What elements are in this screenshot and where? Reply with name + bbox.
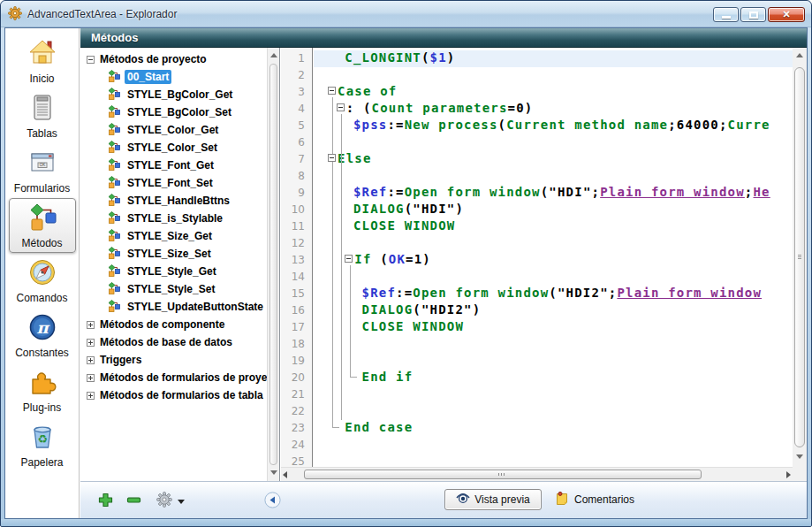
expand-box-icon[interactable]	[87, 392, 95, 400]
tree-group[interactable]: Métodos de formularios de proyecto	[80, 369, 267, 386]
code-pane[interactable]: C_LONGINT($1)Case of : (Count parameters…	[314, 48, 793, 467]
actions-caret-icon[interactable]	[178, 500, 185, 504]
tree-group[interactable]: Métodos de componente	[80, 316, 267, 333]
code-line: DIALOG("HDI")	[314, 202, 793, 218]
sidebar-item-m-todos[interactable]: Métodos	[9, 198, 76, 253]
add-method-button[interactable]	[98, 493, 113, 511]
minimize-button[interactable]	[713, 7, 739, 22]
fold-guide-case	[332, 97, 339, 428]
editor-vertical-scrollbar[interactable]	[793, 48, 807, 467]
sidebar-item-label: Constantes	[15, 347, 69, 359]
actions-gear-button[interactable]	[156, 492, 172, 511]
tables-icon	[27, 93, 57, 126]
line-number: 24	[281, 437, 312, 454]
tree-item[interactable]: STYLE_Style_Set	[80, 280, 267, 298]
tree-item[interactable]: STYLE_Size_Set	[80, 245, 267, 263]
code-line: If (OK=1)	[314, 252, 793, 269]
tree-item-label: STYLE_Font_Set	[125, 176, 216, 190]
svg-text:♻: ♻	[37, 432, 48, 446]
tree-group-label: Métodos de formularios de proyecto	[100, 371, 280, 384]
code-editor[interactable]: 1234567891011121314151617181920212223242…	[281, 48, 807, 481]
svg-text:π: π	[36, 317, 49, 336]
code-line: CLOSE WINDOW	[314, 218, 793, 235]
method-mini-icon	[108, 158, 120, 173]
tree-item-label: STYLE_UpdateButtonState	[125, 300, 266, 314]
method-mini-icon	[108, 105, 120, 120]
fold-marker-icon[interactable]	[328, 87, 336, 95]
maximize-button[interactable]	[740, 7, 766, 22]
preview-button[interactable]: Vista previa	[444, 489, 542, 510]
tree-item[interactable]: STYLE_Style_Get	[80, 263, 267, 280]
line-number: 19	[281, 353, 312, 370]
tree-group[interactable]: Triggers	[80, 351, 267, 369]
tree-item[interactable]: STYLE_Color_Get	[80, 121, 267, 139]
method-mini-icon	[108, 70, 120, 85]
fold-guide-branch	[341, 114, 342, 420]
remove-method-button[interactable]	[126, 493, 141, 511]
line-number: 18	[281, 336, 312, 353]
code-line	[314, 403, 793, 420]
comments-button[interactable]: Comentarios	[555, 491, 634, 508]
tree-item[interactable]: STYLE_Font_Set	[80, 174, 267, 192]
tree-item[interactable]: STYLE_HandleBttns	[80, 192, 267, 210]
tree-item-label: STYLE_Style_Get	[125, 264, 219, 279]
line-number: 9	[281, 185, 312, 202]
sidebar-item-plug-ins[interactable]: Plug-ins	[9, 363, 76, 417]
preview-button-label: Vista previa	[474, 493, 529, 506]
fold-marker-icon[interactable]	[337, 103, 345, 111]
tree-item[interactable]: STYLE_Font_Get	[80, 157, 267, 174]
scroll-down-icon[interactable]	[796, 454, 803, 459]
tree-scrollbar[interactable]	[267, 48, 279, 481]
line-number: 2	[281, 67, 312, 84]
collapse-box-icon[interactable]	[87, 56, 95, 64]
tree-item[interactable]: STYLE_BgColor_Get	[80, 86, 267, 103]
sidebar-item-inicio[interactable]: Inicio	[9, 34, 76, 88]
tree-group-label: Métodos de proyecto	[100, 53, 207, 65]
expand-box-icon[interactable]	[87, 356, 95, 364]
expand-box-icon[interactable]	[87, 339, 95, 347]
collapse-panel-button[interactable]	[264, 492, 281, 512]
method-mini-icon	[108, 264, 120, 279]
line-number: 14	[281, 269, 312, 286]
sidebar-item-constantes[interactable]: πConstantes	[9, 308, 76, 363]
scroll-up-icon[interactable]	[268, 50, 279, 62]
scroll-left-icon[interactable]	[283, 471, 287, 478]
code-line: CLOSE WINDOW	[314, 319, 793, 336]
tree-item[interactable]: STYLE_UpdateButtonState	[80, 298, 267, 316]
tree-item-label: STYLE_Style_Set	[125, 282, 217, 296]
trash-icon: ♻	[27, 422, 57, 455]
tree-item[interactable]: 00_Start	[80, 68, 267, 86]
scroll-right-icon[interactable]	[786, 471, 791, 478]
scroll-up-icon[interactable]	[796, 53, 803, 57]
sidebar-item-comandos[interactable]: Comandos	[9, 253, 76, 308]
tree-item[interactable]: STYLE_is_Stylable	[80, 210, 267, 227]
expand-box-icon[interactable]	[87, 321, 95, 329]
line-number: 23	[281, 420, 312, 437]
scroll-down-icon[interactable]	[268, 467, 279, 479]
fold-marker-icon[interactable]	[328, 154, 336, 162]
close-button[interactable]: ✕	[768, 7, 805, 22]
window-title: AdvancedTextArea - Explorador	[27, 8, 177, 20]
line-number: 5	[281, 118, 312, 134]
tree-item[interactable]: STYLE_BgColor_Set	[80, 103, 267, 121]
tree-scrollbar-thumb[interactable]	[269, 64, 277, 465]
method-mini-icon	[108, 300, 120, 315]
app-window: AdvancedTextArea - Explorador ✕ InicioTa…	[0, 0, 812, 527]
tree-group[interactable]: Métodos de base de datos	[80, 333, 267, 351]
expand-box-icon[interactable]	[87, 374, 95, 382]
code-line: C_LONGINT($1)	[314, 50, 793, 67]
fold-marker-icon[interactable]	[345, 255, 353, 263]
tree-item[interactable]: STYLE_Size_Get	[80, 227, 267, 245]
title-bar[interactable]: AdvancedTextArea - Explorador ✕	[1, 1, 811, 27]
sidebar-item-formularios[interactable]: OKFormularios	[9, 143, 76, 198]
sidebar-item-papelera[interactable]: ♻Papelera	[9, 417, 76, 472]
sidebar-item-tablas[interactable]: Tablas	[9, 88, 76, 143]
tree-item[interactable]: STYLE_Color_Set	[80, 139, 267, 157]
editor-horizontal-scrollbar[interactable]	[281, 467, 793, 481]
tree-group[interactable]: Métodos de proyecto	[80, 50, 267, 68]
code-line	[314, 353, 793, 370]
plugins-icon	[27, 367, 57, 401]
tree-group[interactable]: Métodos de formularios de tabla	[80, 386, 267, 404]
hscroll-thumb[interactable]	[304, 470, 702, 479]
vscroll-thumb[interactable]	[794, 67, 805, 447]
